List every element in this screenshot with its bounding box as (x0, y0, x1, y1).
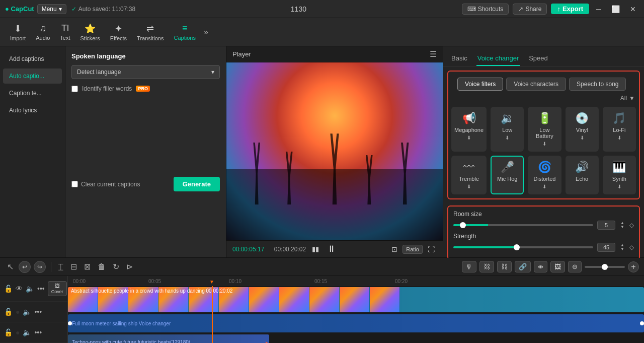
toolbar-import[interactable]: ⬇ Import (5, 21, 31, 43)
split2-button[interactable]: ⇹ (534, 261, 547, 272)
maximize-button[interactable]: ⬜ (608, 5, 623, 13)
toolbar-audio[interactable]: ♫ Audio (31, 21, 55, 43)
filler-words-row: Identify filler words PRO (71, 85, 220, 92)
clear-captions-checkbox[interactable] (71, 181, 78, 187)
toolbar-transitions[interactable]: ⇌ Transitions (132, 21, 169, 43)
playhead[interactable] (212, 286, 213, 343)
filter-lofi[interactable]: 🎵 Lo-Fi ⬇ (603, 107, 636, 152)
clear-captions-row: Clear current captions Generate (71, 173, 220, 191)
more3-icon[interactable]: ••• (34, 328, 42, 336)
filter-low[interactable]: 🔉 Low ⬇ (491, 107, 524, 152)
eye-icon[interactable]: 👁 (16, 285, 23, 293)
synth-icon: 🎹 (612, 161, 626, 174)
strength-reset[interactable]: ◇ (629, 244, 634, 251)
audio-track-2[interactable]: Techno-pops with cute future futuristic … (68, 334, 269, 343)
mic-button[interactable]: 🎙 (462, 261, 476, 272)
filter-synth[interactable]: 🎹 Synth ⬇ (603, 156, 636, 194)
strength-down[interactable]: ▼ (619, 247, 625, 251)
filter-vinyl[interactable]: 💿 Vinyl ⬇ (566, 107, 599, 152)
image-button[interactable]: 🖼 (550, 261, 565, 272)
filter-grid: 📢 Megaphone ⬇ 🔉 Low ⬇ 🔋 Low Battery ⬇ 💿 … (450, 105, 637, 196)
filter-megaphone[interactable]: 📢 Megaphone ⬇ (451, 107, 487, 152)
volume3-icon[interactable]: 🔈 (23, 328, 31, 336)
lock2-icon[interactable]: 🔓 (4, 308, 13, 316)
fullscreen-fit-button[interactable]: ⊡ (389, 245, 399, 253)
add-track-button[interactable]: + (628, 261, 639, 272)
zoom-slider[interactable] (585, 266, 625, 268)
tab-basic[interactable]: Basic (450, 51, 468, 66)
room-size-reset[interactable]: ◇ (629, 222, 634, 229)
chain-button[interactable]: 🔗 (515, 261, 531, 272)
room-size-label: Room size (453, 211, 634, 218)
zoom-out-button[interactable]: ⊖ (568, 261, 582, 272)
undo-button[interactable]: ↩ (19, 261, 31, 273)
language-selector[interactable]: Detect language ▾ (71, 65, 220, 79)
redo-button[interactable]: ↪ (34, 261, 46, 273)
menu-button[interactable]: Menu ▾ (37, 4, 66, 14)
audio-track-1[interactable]: Full moon meteor sailing ship Voice chan… (68, 314, 644, 332)
room-size-slider[interactable] (453, 224, 593, 226)
generate-button[interactable]: Generate (174, 177, 220, 191)
filter-tremble[interactable]: 〰 Tremble ⬇ (451, 156, 487, 194)
minimize-button[interactable]: ─ (593, 5, 604, 13)
rotate-button[interactable]: ↻ (111, 262, 121, 271)
eye3-icon[interactable]: ● (16, 328, 20, 336)
toolbar-effects[interactable]: ✦ Effects (105, 21, 132, 43)
audio-meter-button[interactable]: ▮▮ (310, 245, 321, 253)
stickers-icon: ⭐ (85, 23, 96, 34)
player-menu-icon[interactable]: ☰ (430, 49, 437, 59)
thumb-7 (249, 287, 279, 312)
filter-echo[interactable]: 🔊 Echo (566, 156, 599, 194)
filter-distorted[interactable]: 🌀 Distorted ⬇ (528, 156, 561, 194)
share-button[interactable]: ↗ Share (513, 4, 547, 15)
play-button[interactable]: ⏸ (325, 244, 338, 254)
fullscreen-button[interactable]: ⛶ (426, 245, 437, 253)
tab-voice-filters[interactable]: Voice filters (457, 78, 503, 91)
unlink-button[interactable]: ⛓ (497, 261, 512, 272)
import-icon: ⬇ (14, 23, 22, 34)
more2-icon[interactable]: ••• (34, 308, 42, 316)
tab-speech-to-song[interactable]: Speech to song (569, 78, 626, 91)
filter-low-battery[interactable]: 🔋 Low Battery ⬇ (528, 107, 561, 152)
left-panel-auto-captions[interactable]: Auto captio... (3, 68, 62, 84)
separator (51, 262, 51, 272)
trim-button[interactable]: ⊠ (82, 262, 93, 271)
filler-words-checkbox[interactable] (71, 86, 78, 92)
eye2-icon[interactable]: ● (16, 308, 20, 316)
download-icon: ⬇ (580, 135, 584, 141)
tab-speed[interactable]: Speed (528, 51, 549, 66)
captions-icon: ≡ (182, 23, 188, 34)
left-panel-caption-templates[interactable]: Caption te... (3, 86, 62, 101)
shortcuts-button[interactable]: ⌨ Shortcuts (462, 4, 509, 15)
toolbar-more-button[interactable]: » (201, 28, 211, 37)
volume2-icon[interactable]: 🔈 (23, 308, 31, 316)
room-size-down[interactable]: ▼ (619, 225, 625, 229)
tracks-content: Abstract silhouette people in a crowd wi… (68, 286, 644, 343)
left-panel-auto-lyrics[interactable]: Auto lyrics (3, 103, 62, 118)
tab-voice-characters[interactable]: Voice characters (506, 78, 566, 91)
volume-icon[interactable]: 🔈 (26, 285, 34, 293)
ratio-button[interactable]: Ratio (403, 245, 423, 254)
strength-slider[interactable] (453, 246, 593, 248)
export-icon: ↑ (557, 5, 560, 13)
toolbar-captions[interactable]: ≡ Captions (169, 21, 200, 43)
lock3-icon[interactable]: 🔓 (4, 328, 13, 336)
more-icon[interactable]: ••• (37, 285, 45, 293)
link-button[interactable]: ⛓ (479, 261, 494, 272)
cover-button[interactable]: 🖼 Cover (48, 281, 67, 296)
spacer (581, 184, 583, 189)
split-button[interactable]: ⌶ (56, 262, 65, 271)
align-center-button[interactable]: ⊟ (68, 262, 79, 271)
toolbar-stickers[interactable]: ⭐ Stickers (75, 21, 105, 43)
filter-mic-hog[interactable]: 🎤 Mic Hog (491, 156, 524, 194)
toolbar-text[interactable]: Tl Text (55, 21, 75, 43)
tab-voice-changer[interactable]: Voice changer (476, 51, 520, 66)
delete-button[interactable]: 🗑 (96, 262, 108, 271)
select-tool-button[interactable]: ↖ (5, 262, 16, 271)
export-button[interactable]: ↑ Export (551, 4, 589, 14)
video-track[interactable]: Abstract silhouette people in a crowd wi… (68, 287, 644, 312)
lock-icon[interactable]: 🔓 (4, 285, 13, 293)
left-panel-add-captions[interactable]: Add captions (3, 51, 62, 66)
close-button[interactable]: ✕ (627, 5, 639, 13)
mirror-button[interactable]: ⊳ (124, 262, 135, 271)
